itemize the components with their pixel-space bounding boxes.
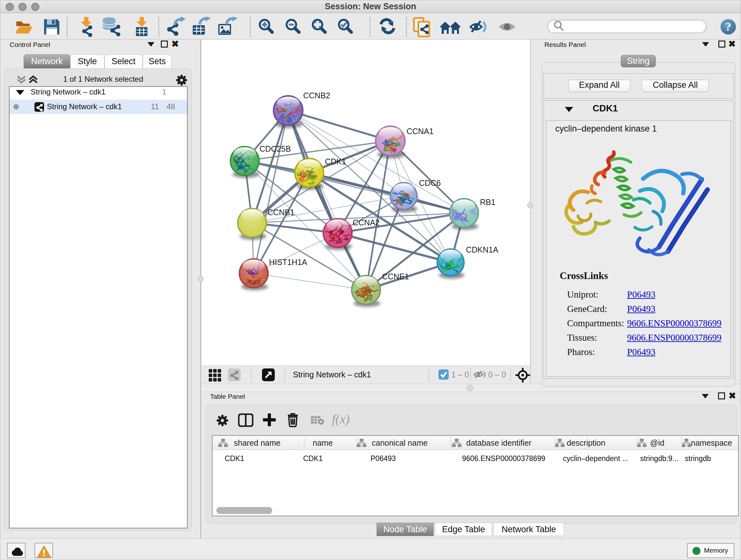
svg-text:CCNA1: CCNA1: [407, 127, 434, 136]
svg-text:CDC6: CDC6: [419, 179, 441, 187]
svg-text:CCNA2: CCNA2: [353, 218, 380, 227]
svg-text:CCNE1: CCNE1: [382, 272, 409, 281]
svg-text:CCNB2: CCNB2: [303, 91, 330, 100]
svg-text:?: ?: [725, 20, 731, 33]
svg-text:CDKN1A: CDKN1A: [466, 245, 498, 254]
svg-text:RB1: RB1: [480, 198, 495, 206]
svg-text:CDC25B: CDC25B: [259, 144, 291, 153]
svg-text:HIST1H1A: HIST1H1A: [269, 258, 307, 266]
svg-text:CDK1: CDK1: [325, 157, 346, 166]
svg-text:CCNB1: CCNB1: [267, 208, 294, 217]
